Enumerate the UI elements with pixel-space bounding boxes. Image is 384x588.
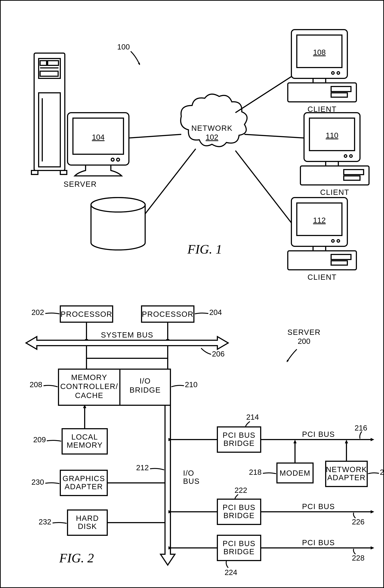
storage-icon: STORAGE 106 <box>91 198 145 250</box>
pcibus3-ref: 228 <box>352 554 364 562</box>
pcibus1-ref: 216 <box>355 424 367 432</box>
pci1-ref: 214 <box>246 413 259 421</box>
pci3-l1: PCI BUS <box>222 539 255 548</box>
leader-226 <box>353 513 355 518</box>
pci1-l2: BRIDGE <box>223 439 255 447</box>
server200-ref: 200 <box>298 337 310 345</box>
leader-212 <box>150 468 164 470</box>
leader-220 <box>368 473 379 474</box>
svg-point-26 <box>350 155 352 157</box>
leader-202 <box>45 313 60 314</box>
svg-point-13 <box>117 158 120 161</box>
pci2-l1: PCI BUS <box>222 503 255 512</box>
network-ref: 102 <box>206 133 218 141</box>
io-bus: I/O BUS 212 <box>136 405 200 565</box>
localmem-ref: 209 <box>33 435 46 444</box>
svg-rect-37 <box>331 261 347 265</box>
svg-rect-30 <box>326 161 338 166</box>
svg-point-12 <box>111 158 114 161</box>
diagram-svg: 100 104 SERVER NETWORK 102 STORAGE 106 <box>1 1 384 588</box>
svg-rect-20 <box>331 86 351 92</box>
iobridge-label-l1: I/O <box>140 377 151 385</box>
figure-2: SERVER 200 PROCESSOR 202 PROCESSOR 204 S… <box>26 306 384 577</box>
netadapter-l1: NETWORK <box>326 465 367 474</box>
iobridge-label-l2: BRIDGE <box>129 386 161 394</box>
leader-209 <box>47 440 61 441</box>
svg-line-40 <box>145 149 196 214</box>
leader-216 <box>360 431 362 439</box>
server200-label: SERVER <box>287 328 321 336</box>
leader-218 <box>263 473 276 474</box>
processor-1-ref: 202 <box>31 308 44 316</box>
client-112-icon <box>288 198 356 270</box>
memctrl-label-l3: CACHE <box>75 391 103 400</box>
leader-224 <box>226 561 228 568</box>
system-bus-label: SYSTEM BUS <box>101 331 153 339</box>
pci2-ref: 222 <box>235 486 247 494</box>
client-108-ref: 108 <box>313 48 326 57</box>
harddisk-ref: 232 <box>39 518 51 526</box>
server-ref: 104 <box>92 133 104 141</box>
processor-2-ref: 204 <box>209 308 222 316</box>
pcibus2-label: PCI BUS <box>302 502 335 511</box>
modem-label: MODEM <box>280 469 310 477</box>
io-bus-l2: BUS <box>183 477 200 485</box>
network-label: NETWORK <box>191 124 233 132</box>
svg-rect-38 <box>313 246 326 251</box>
leader-228 <box>353 549 355 554</box>
leader-208 <box>43 385 58 387</box>
leader-206 <box>201 348 211 354</box>
io-bus-ref: 212 <box>136 463 149 472</box>
client-108-icon <box>288 30 356 102</box>
graphics-l1: GRAPHICS <box>62 474 105 483</box>
graphics-ref: 230 <box>31 478 44 486</box>
localmem-label-l1: LOCAL <box>71 433 98 441</box>
server-tower-icon <box>31 53 67 174</box>
svg-point-14 <box>91 198 145 212</box>
iobridge-ref: 210 <box>185 380 198 389</box>
leader-210 <box>171 385 184 387</box>
pcibus1-label: PCI BUS <box>302 430 335 439</box>
pcibus3-label: PCI BUS <box>302 538 335 547</box>
svg-point-25 <box>344 155 347 157</box>
pci2-l2: BRIDGE <box>223 511 255 520</box>
harddisk-l1: HARD <box>76 514 99 523</box>
client-112-label: CLIENT <box>307 273 337 281</box>
svg-point-33 <box>332 240 334 242</box>
svg-rect-29 <box>344 176 360 180</box>
leader-230 <box>45 483 60 484</box>
page: 100 104 SERVER NETWORK 102 STORAGE 106 <box>0 0 384 588</box>
fig2-title: FIG. 2 <box>59 551 94 565</box>
svg-line-43 <box>235 151 291 223</box>
client-110-ref: 110 <box>326 131 338 140</box>
memctrl-label-l2: CONTROLLER/ <box>60 382 118 391</box>
memctrl-ref: 208 <box>30 380 42 389</box>
server-monitor-icon <box>67 113 129 176</box>
pci3-l2: BRIDGE <box>223 547 255 556</box>
svg-rect-2 <box>40 61 47 65</box>
svg-line-41 <box>235 77 291 113</box>
pci3-ref: 224 <box>224 568 237 577</box>
svg-point-18 <box>337 72 340 74</box>
svg-rect-5 <box>40 71 58 76</box>
system-bus: SYSTEM BUS 206 <box>26 331 228 358</box>
svg-point-34 <box>337 240 340 242</box>
network-cloud-icon: NETWORK 102 <box>181 94 247 147</box>
localmem-label-l2: MEMORY <box>67 441 103 449</box>
leader-214 <box>245 421 250 427</box>
leader-200 <box>287 349 297 362</box>
svg-line-42 <box>244 134 304 138</box>
leader-204 <box>195 313 208 314</box>
pcibus2-ref: 226 <box>352 518 364 526</box>
storage-label: STORAGE <box>98 220 138 228</box>
graphics-l2: ADAPTER <box>65 482 103 491</box>
io-bus-l1: I/O <box>183 469 194 477</box>
netadapter-ref: 220 <box>380 468 384 476</box>
processor-1-label: PROCESSOR <box>61 310 112 318</box>
svg-rect-9 <box>60 170 67 174</box>
svg-rect-21 <box>331 93 347 97</box>
leader-222 <box>235 494 238 499</box>
client-108-label: CLIENT <box>307 105 337 113</box>
svg-rect-22 <box>313 78 326 83</box>
client-110-icon <box>301 113 369 185</box>
